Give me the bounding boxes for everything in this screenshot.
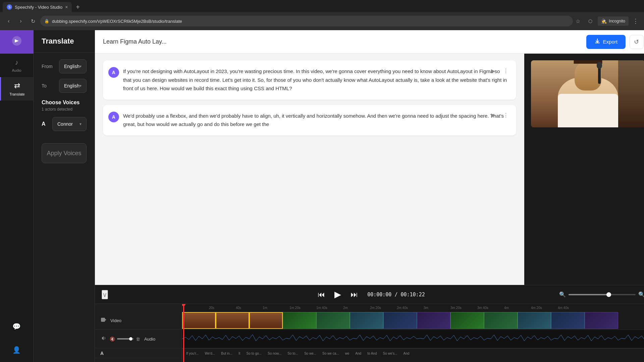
- transcript-text-0: If you're not designing with AutoLayout …: [123, 67, 509, 93]
- refresh-button[interactable]: ↻: [28, 16, 38, 26]
- microphone-head: [597, 62, 602, 69]
- ruler-mark-20s: 20s: [209, 306, 214, 310]
- browser-chrome: S Speechify - Video Studio × + ‹ › ↻ 🔒 d…: [0, 0, 644, 30]
- incognito-button[interactable]: 🕵 Incognito: [598, 16, 629, 26]
- extension-btn[interactable]: ⬡: [586, 16, 595, 26]
- zoom-in-button[interactable]: 🔍: [638, 291, 644, 298]
- video-thumbnails: [182, 311, 644, 329]
- subtitle-chip-12: So we's...: [380, 352, 400, 355]
- timeline-ruler: 20s 40s 1m 1m 20s 1m 40s 2m 2m 20s 2m 40…: [182, 304, 644, 311]
- new-tab-button[interactable]: +: [72, 2, 85, 12]
- total-time-value: 00:10:22: [400, 292, 425, 298]
- timeline-body: Video 🔇 🗑: [95, 304, 644, 362]
- microphone: [598, 67, 601, 84]
- audio-track-icon: [100, 335, 107, 343]
- url-text: dubbing.speechify.com/VpWEOXrSCR6k5Mje2B…: [52, 19, 569, 24]
- current-time-value: 00:00:00: [367, 292, 391, 298]
- video-thumb-10: [518, 312, 551, 329]
- main-content: Learn Figma Auto Lay... Export ↺ A If yo…: [95, 30, 644, 362]
- delete-track-icon[interactable]: 🗑: [136, 337, 140, 342]
- video-thumb-7: [417, 312, 450, 329]
- volume-level: [117, 338, 130, 340]
- card-actions-1: ▶ ⋮: [488, 110, 511, 120]
- play-pause-button[interactable]: ▶: [330, 287, 345, 302]
- right-preview: [524, 54, 644, 285]
- subtitle-track-label: A: [95, 348, 182, 358]
- browser-tab-active[interactable]: S Speechify - Video Studio ×: [3, 2, 72, 12]
- choose-voices-title: Choose Voices: [42, 100, 87, 106]
- audio-icon: ♪: [15, 59, 18, 66]
- incognito-label: Incognito: [609, 19, 625, 23]
- skip-back-icon: ⏮: [318, 290, 325, 299]
- export-icon: [594, 38, 600, 46]
- back-button[interactable]: ‹: [4, 16, 13, 26]
- actor-label-a: A: [42, 121, 48, 127]
- app-container: ♪ Audio ⇄ Translate 💬 👤 Translate From E…: [0, 30, 644, 362]
- video-thumb-3: [283, 312, 316, 329]
- from-field-row: From English ▾: [42, 59, 87, 73]
- more-options-button-1[interactable]: ⋮: [501, 110, 511, 120]
- skip-back-button[interactable]: ⏮: [318, 290, 325, 299]
- forward-button[interactable]: ›: [16, 16, 25, 26]
- bookmark-icon[interactable]: ☆: [576, 18, 580, 24]
- mute-icon[interactable]: 🔇: [110, 337, 115, 342]
- subtitle-track-label-text: A: [100, 351, 104, 356]
- export-button[interactable]: Export: [586, 35, 626, 49]
- skip-forward-icon: ⏭: [351, 290, 358, 299]
- play-segment-button-0[interactable]: ▶: [488, 66, 498, 76]
- play-segment-button-1[interactable]: ▶: [488, 110, 498, 120]
- subtitle-chip-1: We'd...: [202, 352, 218, 355]
- sidebar-item-chat[interactable]: 💬: [0, 315, 33, 339]
- person-shirt: [558, 94, 618, 127]
- ruler-mark-40s: 40s: [236, 306, 241, 310]
- voice-select[interactable]: Connor ▾: [52, 117, 87, 131]
- from-label: From: [42, 64, 55, 69]
- panel-body: From English ▾ To English ▾ Choose Voice…: [34, 53, 95, 362]
- profile-icon: 👤: [12, 346, 21, 354]
- tab-close-button[interactable]: ×: [65, 4, 68, 10]
- current-time: 00:00:00 / 00:10:22: [367, 292, 425, 298]
- icon-sidebar: ♪ Audio ⇄ Translate 💬 👤: [0, 30, 34, 362]
- zoom-slider-thumb[interactable]: [606, 292, 611, 297]
- card-actions-0: ▶ ⋮: [488, 66, 511, 76]
- tab-title: Speechify - Video Studio: [15, 5, 62, 10]
- sidebar-item-profile[interactable]: 👤: [0, 339, 33, 362]
- subtitle-chip-9: we: [342, 352, 352, 355]
- volume-slider[interactable]: [117, 338, 134, 340]
- sidebar-item-audio[interactable]: ♪ Audio: [0, 54, 33, 77]
- zoom-slider[interactable]: [569, 294, 636, 295]
- timeline-cursor: [183, 304, 184, 362]
- toolbar-right: ⬡ 🕵 Incognito ⋮: [586, 16, 640, 26]
- audio-track-label-text: Audio: [144, 337, 155, 342]
- history-button[interactable]: ↺: [630, 35, 644, 49]
- subtitle-chip-6: So to...: [285, 352, 301, 355]
- apply-voices-button[interactable]: Apply Voices: [42, 143, 87, 163]
- video-frame: [531, 60, 644, 127]
- timeline-tracks[interactable]: 20s 40s 1m 1m 20s 1m 40s 2m 2m 20s 2m 40…: [182, 304, 644, 362]
- sidebar-item-translate[interactable]: ⇄ Translate: [0, 77, 33, 101]
- browser-menu-button[interactable]: ⋮: [631, 16, 640, 26]
- address-bar[interactable]: 🔒 dubbing.speechify.com/VpWEOXrSCR6k5Mje…: [40, 16, 573, 26]
- video-thumb-6: [383, 312, 417, 329]
- time-separator: /: [394, 292, 400, 298]
- to-language-select[interactable]: English ▾: [59, 79, 87, 93]
- zoom-out-button[interactable]: 🔍: [559, 291, 566, 298]
- subtitle-chip-7: So we...: [302, 352, 319, 355]
- transcript-scroll[interactable]: A If you're not designing with AutoLayou…: [95, 54, 524, 285]
- from-language-select[interactable]: English ▾: [59, 59, 87, 73]
- audio-track-label: 🔇 🗑 Audio: [95, 330, 182, 348]
- subtitle-chip-11: to And: [365, 352, 379, 355]
- subtitle-chip-5: So now...: [265, 352, 284, 355]
- transcript-text-1: We'd probably use a flexbox, and then we…: [123, 112, 509, 129]
- skip-forward-button[interactable]: ⏭: [351, 290, 358, 299]
- collapse-timeline-button[interactable]: ∨: [102, 290, 108, 299]
- video-thumb-9: [484, 312, 518, 329]
- ruler-mark-4m: 4m: [504, 306, 509, 310]
- cursor-dot: [182, 304, 186, 306]
- ruler-mark-4m20s: 4m 20s: [531, 306, 542, 310]
- video-thumb-11: [551, 312, 585, 329]
- panel-title: Translate: [42, 37, 87, 46]
- more-options-button-0[interactable]: ⋮: [501, 66, 511, 76]
- from-language-value: English: [64, 64, 79, 69]
- bg-dark: [618, 60, 644, 127]
